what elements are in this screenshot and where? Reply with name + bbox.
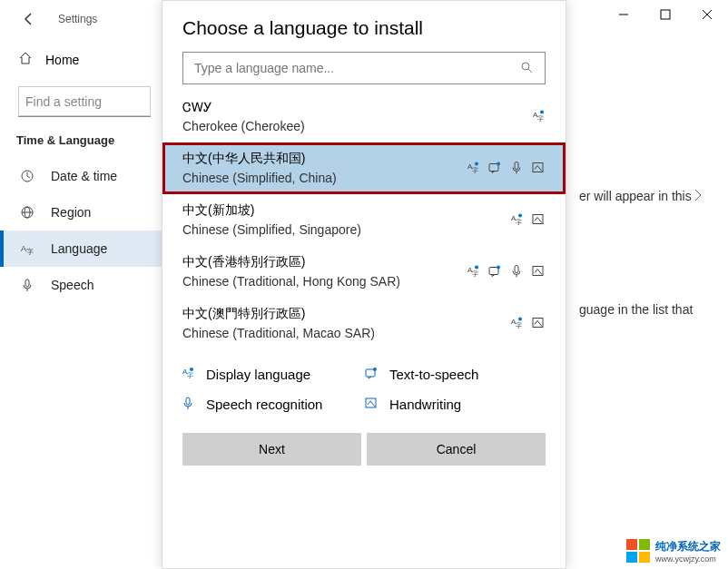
display-language-icon: A字	[181, 366, 206, 383]
search-placeholder: Find a setting	[25, 94, 102, 109]
svg-line-18	[528, 69, 532, 73]
window-title: Settings	[58, 13, 97, 25]
svg-point-42	[518, 317, 522, 320]
svg-text:字: 字	[472, 166, 478, 172]
language-feature-icons: A字	[509, 315, 546, 332]
language-list: ᏣᎳᎩCherokee (Cherokee)A字中文(中华人民共和国)Chine…	[162, 92, 566, 349]
language-native-name: 中文(新加坡)	[182, 202, 546, 219]
sidebar-item-speech[interactable]: Speech	[0, 267, 162, 303]
language-option[interactable]: ᏣᎳᎩCherokee (Cherokee)A字	[162, 92, 566, 142]
mic-icon	[18, 278, 36, 292]
hand-icon	[531, 211, 546, 229]
language-native-name: ᏣᎳᎩ	[182, 100, 546, 115]
display-icon: A字	[509, 211, 524, 229]
maximize-button[interactable]	[644, 0, 686, 29]
language-option[interactable]: 中文(中华人民共和国)Chinese (Simplified, China)A字	[162, 142, 566, 194]
tts-icon	[487, 160, 502, 177]
legend-tts: Text-to-speech	[364, 366, 547, 383]
text-to-speech-icon	[364, 366, 389, 383]
svg-point-26	[497, 162, 500, 165]
svg-point-24	[475, 162, 478, 165]
home-icon	[18, 51, 33, 68]
svg-rect-27	[515, 162, 518, 169]
svg-rect-38	[515, 265, 518, 272]
svg-point-37	[497, 265, 500, 269]
close-button[interactable]	[686, 0, 728, 29]
clock-icon	[18, 169, 36, 183]
globe-icon	[18, 205, 36, 220]
sidebar: Home Find a setting Time & Language Date…	[0, 29, 162, 569]
search-icon	[519, 60, 534, 77]
svg-text:字: 字	[472, 270, 478, 276]
home-link[interactable]: Home	[0, 38, 162, 81]
display-icon: A字	[466, 263, 480, 280]
display-icon: A字	[509, 315, 524, 332]
svg-text:字: 字	[516, 321, 522, 328]
bg-hint-2: guage in the list that	[579, 301, 728, 319]
language-feature-icons: A字	[509, 211, 546, 229]
tts-icon	[487, 263, 502, 280]
language-native-name: 中文(澳門特別行政區)	[182, 306, 546, 322]
sidebar-item-date-time[interactable]: Date & time	[0, 158, 162, 194]
language-english-name: Chinese (Traditional, Macao SAR)	[182, 326, 546, 340]
display-icon: A字	[466, 160, 480, 177]
language-option[interactable]: 中文(澳門特別行政區)Chinese (Traditional, Macao S…	[162, 298, 566, 349]
language-feature-icons: A字	[531, 109, 546, 126]
sidebar-item-label: Speech	[51, 278, 93, 292]
cancel-button[interactable]: Cancel	[367, 433, 546, 466]
bg-hint-1: er will appear in this	[579, 188, 728, 206]
svg-text:字: 字	[26, 248, 34, 256]
language-option[interactable]: 中文(新加坡)Chinese (Simplified, Singapore)A字	[162, 194, 566, 246]
svg-point-31	[518, 213, 522, 217]
svg-rect-1	[661, 10, 670, 19]
language-search-input[interactable]: Type a language name...	[182, 52, 546, 84]
lang-icon: A字	[18, 241, 36, 256]
install-language-dialog: Choose a language to install Type a lang…	[162, 0, 566, 569]
next-button[interactable]: Next	[182, 433, 361, 466]
language-english-name: Chinese (Simplified, Singapore)	[182, 222, 546, 237]
legend-display: A字Display language	[181, 366, 364, 383]
language-option[interactable]: 中文(香港特別行政區)Chinese (Traditional, Hong Ko…	[162, 246, 566, 298]
svg-point-46	[190, 368, 193, 371]
handwriting-icon	[364, 396, 389, 413]
home-label: Home	[45, 53, 79, 67]
display-icon: A字	[531, 109, 546, 126]
hand-icon	[531, 160, 546, 177]
svg-point-21	[540, 111, 544, 114]
svg-text:字: 字	[516, 218, 522, 224]
hand-icon	[531, 263, 546, 280]
minimize-button[interactable]	[603, 0, 644, 29]
legend-hand: Handwriting	[364, 396, 547, 413]
speech-icon	[509, 160, 524, 177]
svg-point-35	[475, 265, 478, 269]
svg-point-17	[522, 63, 529, 70]
language-feature-icons: A字	[466, 160, 546, 177]
svg-text:字: 字	[537, 115, 544, 122]
sidebar-item-label: Date & time	[51, 169, 117, 183]
hand-icon	[531, 315, 546, 332]
settings-search-input[interactable]: Find a setting	[18, 86, 151, 117]
svg-rect-49	[186, 397, 190, 405]
sidebar-item-label: Language	[51, 241, 107, 256]
back-button[interactable]	[16, 6, 42, 32]
dialog-title: Choose a language to install	[162, 1, 566, 52]
watermark-logo-icon	[626, 539, 650, 563]
svg-rect-8	[25, 280, 29, 287]
language-feature-icons: A字	[466, 263, 546, 280]
speech-recognition-icon	[181, 396, 206, 413]
sidebar-item-region[interactable]: Region	[0, 194, 162, 231]
svg-point-48	[373, 368, 377, 371]
sidebar-item-language[interactable]: A字Language	[0, 231, 162, 267]
legend-speech: Speech recognition	[181, 396, 364, 413]
speech-icon	[509, 263, 524, 280]
sidebar-item-label: Region	[51, 205, 91, 220]
watermark-url: www.ycwjzy.com	[655, 554, 721, 564]
watermark: 纯净系统之家 www.ycwjzy.com	[626, 538, 721, 564]
feature-legend: A字Display language Text-to-speech Speech…	[162, 349, 566, 413]
section-title: Time & Language	[0, 133, 162, 158]
language-english-name: Cherokee (Cherokee)	[182, 119, 546, 133]
svg-text:字: 字	[187, 372, 193, 378]
watermark-title: 纯净系统之家	[655, 540, 721, 553]
language-search-placeholder: Type a language name...	[194, 61, 334, 75]
